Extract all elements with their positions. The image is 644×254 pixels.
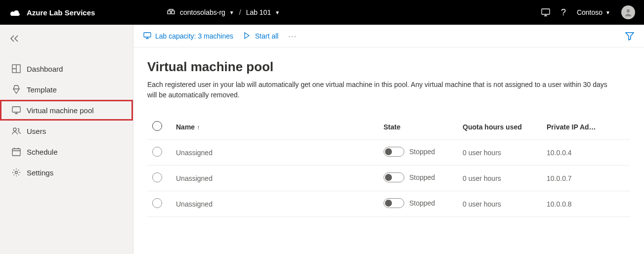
- svg-rect-2: [542, 9, 550, 14]
- sidebar-item-schedule[interactable]: Schedule: [0, 141, 133, 162]
- command-bar: Lab capacity: 3 machines Start all ···: [133, 25, 644, 47]
- svg-point-3: [627, 9, 630, 12]
- avatar[interactable]: [621, 5, 635, 19]
- row-select-radio[interactable]: [152, 172, 162, 182]
- svg-point-8: [15, 171, 18, 174]
- sidebar-item-label: Users: [27, 127, 46, 135]
- collapse-sidebar-icon[interactable]: [10, 35, 20, 42]
- chevron-down-icon: ▼: [229, 10, 234, 15]
- sidebar-item-label: Settings: [27, 169, 53, 177]
- vm-table: Name↑ State Quota hours used Private IP …: [147, 114, 630, 217]
- svg-rect-1: [172, 11, 174, 14]
- chevron-down-icon: ▼: [605, 10, 610, 15]
- filter-button[interactable]: [625, 32, 634, 41]
- topbar-right: ? Contoso ▼: [541, 5, 635, 19]
- state-label: Stopped: [409, 148, 435, 156]
- cell-quota: 0 user hours: [458, 191, 542, 217]
- more-commands-button[interactable]: ···: [288, 32, 297, 40]
- nav: Dashboard Template Virtual machine pool …: [0, 48, 133, 183]
- page-title: Virtual machine pool: [147, 59, 630, 75]
- users-icon: [12, 127, 21, 135]
- cell-quota: 0 user hours: [458, 140, 542, 166]
- column-header-quota[interactable]: Quota hours used: [458, 114, 542, 140]
- sidebar-item-label: Template: [27, 85, 57, 94]
- brand: Azure Lab Services: [9, 7, 147, 17]
- sidebar-item-vm-pool[interactable]: Virtual machine pool: [0, 100, 133, 121]
- sidebar-item-label: Virtual machine pool: [27, 106, 94, 115]
- table-header-row: Name↑ State Quota hours used Private IP …: [147, 114, 630, 140]
- breadcrumb-lab[interactable]: Lab 101 ▼: [246, 8, 280, 16]
- content: Virtual machine pool Each registered use…: [133, 47, 644, 217]
- sort-asc-icon: ↑: [197, 124, 200, 131]
- tenant-dropdown[interactable]: Contoso ▼: [577, 8, 610, 16]
- select-all-radio[interactable]: [152, 121, 162, 131]
- template-icon: [12, 85, 21, 94]
- svg-rect-9: [144, 33, 151, 37]
- start-all-button[interactable]: Start all: [243, 32, 278, 40]
- lab-capacity-button[interactable]: Lab capacity: 3 machines: [143, 32, 233, 40]
- table-row[interactable]: UnassignedStopped0 user hours10.0.0.8: [147, 191, 630, 217]
- azure-labs-logo-icon: [9, 7, 22, 17]
- breadcrumb-separator: /: [239, 8, 241, 16]
- page-description: Each registered user in your lab will au…: [147, 80, 617, 100]
- play-icon: [243, 32, 251, 40]
- cell-ip: 10.0.0.7: [542, 166, 630, 191]
- start-all-label: Start all: [255, 32, 278, 40]
- cell-state: Stopped: [379, 166, 458, 191]
- cell-ip: 10.0.0.4: [542, 140, 630, 166]
- table-row[interactable]: UnassignedStopped0 user hours10.0.0.4: [147, 140, 630, 166]
- cell-state: Stopped: [379, 191, 458, 217]
- cell-ip: 10.0.0.8: [542, 191, 630, 217]
- sidebar-item-settings[interactable]: Settings: [0, 162, 133, 183]
- chevron-down-icon: ▼: [275, 10, 280, 15]
- cell-name: Unassigned: [171, 191, 379, 217]
- state-label: Stopped: [409, 199, 435, 207]
- help-icon[interactable]: ?: [561, 7, 566, 18]
- dashboard-icon: [12, 64, 21, 73]
- cell-state: Stopped: [379, 140, 458, 166]
- gear-icon: [12, 168, 21, 177]
- row-select-radio[interactable]: [152, 147, 162, 157]
- column-header-name[interactable]: Name↑: [171, 114, 379, 140]
- tenant-label: Contoso: [577, 8, 602, 16]
- sidebar-item-label: Schedule: [27, 148, 58, 156]
- resource-group-icon: [167, 8, 175, 16]
- sidebar: Dashboard Template Virtual machine pool …: [0, 25, 133, 254]
- monitor-icon[interactable]: [541, 8, 550, 16]
- state-toggle[interactable]: [384, 147, 404, 157]
- breadcrumb-lab-label: Lab 101: [246, 8, 271, 16]
- breadcrumb-rg[interactable]: contosolabs-rg ▼: [180, 8, 234, 16]
- breadcrumb: contosolabs-rg ▼ / Lab 101 ▼: [167, 8, 280, 16]
- brand-text: Azure Lab Services: [27, 8, 95, 17]
- svg-rect-5: [12, 107, 20, 112]
- sidebar-item-dashboard[interactable]: Dashboard: [0, 58, 133, 79]
- lab-capacity-label: Lab capacity: 3 machines: [155, 32, 233, 40]
- breadcrumb-rg-label: contosolabs-rg: [180, 8, 225, 16]
- state-toggle[interactable]: [384, 172, 404, 182]
- sidebar-item-template[interactable]: Template: [0, 79, 133, 100]
- monitor-icon: [143, 32, 151, 40]
- schedule-icon: [12, 147, 21, 156]
- state-label: Stopped: [409, 173, 435, 181]
- cell-name: Unassigned: [171, 140, 379, 166]
- cell-name: Unassigned: [171, 166, 379, 191]
- sidebar-item-label: Dashboard: [27, 65, 63, 73]
- svg-rect-7: [12, 149, 20, 156]
- row-select-radio[interactable]: [152, 198, 162, 208]
- cell-quota: 0 user hours: [458, 166, 542, 191]
- vm-pool-icon: [12, 106, 21, 115]
- svg-point-6: [13, 128, 16, 131]
- main: Lab capacity: 3 machines Start all ··· V…: [133, 25, 644, 254]
- table-row[interactable]: UnassignedStopped0 user hours10.0.0.7: [147, 166, 630, 191]
- top-bar: Azure Lab Services contosolabs-rg ▼ / La…: [0, 0, 644, 25]
- column-header-ip[interactable]: Private IP Ad…: [542, 114, 630, 140]
- column-header-state[interactable]: State: [379, 114, 458, 140]
- state-toggle[interactable]: [384, 198, 404, 208]
- svg-rect-0: [168, 11, 171, 14]
- sidebar-item-users[interactable]: Users: [0, 121, 133, 141]
